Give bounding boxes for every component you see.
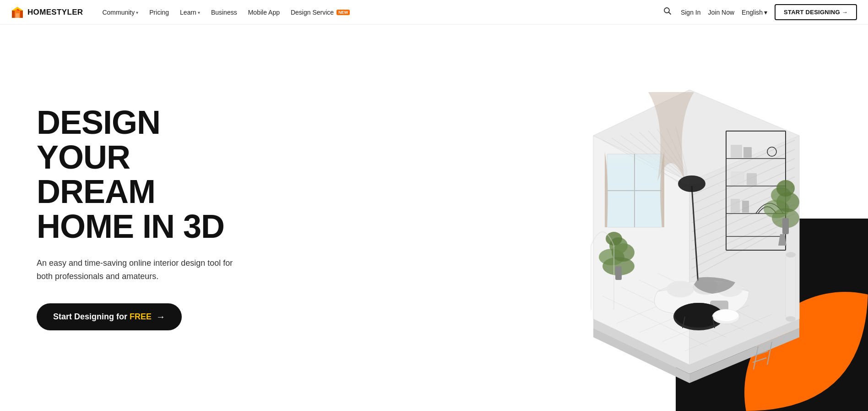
language-selector[interactable]: English ▾ — [742, 9, 767, 16]
nav-business[interactable]: Business — [206, 6, 242, 19]
svg-rect-50 — [731, 145, 742, 158]
cta-text: Start Designing for FREE — [53, 312, 152, 322]
nav-community[interactable]: Community ▾ — [98, 6, 143, 19]
chevron-down-icon: ▾ — [136, 10, 138, 15]
svg-point-71 — [680, 177, 703, 184]
cta-start-designing[interactable]: Start Designing for FREE → — [37, 303, 182, 330]
new-badge: NEW — [336, 10, 350, 15]
svg-rect-51 — [743, 147, 752, 158]
svg-point-79 — [714, 309, 738, 321]
svg-rect-53 — [731, 171, 744, 185]
hero-content: DESIGN YOUR DREAM HOME IN 3D An easy and… — [0, 78, 275, 358]
svg-point-92 — [786, 316, 796, 322]
nav-learn[interactable]: Learn ▾ — [175, 6, 205, 19]
logo-icon — [11, 6, 24, 19]
cta-arrow-icon: → — [156, 312, 165, 322]
chevron-down-icon: ▾ — [764, 9, 767, 16]
nav-design-service[interactable]: Design Service NEW — [286, 6, 354, 19]
svg-marker-82 — [607, 163, 662, 227]
svg-line-7 — [668, 12, 671, 15]
nav-pricing[interactable]: Pricing — [145, 6, 174, 19]
svg-marker-3 — [12, 11, 15, 18]
svg-rect-68 — [782, 218, 789, 234]
hero-title: DESIGN YOUR DREAM HOME IN 3D — [37, 105, 238, 244]
svg-rect-62 — [615, 266, 622, 280]
chevron-down-icon: ▾ — [198, 10, 200, 15]
search-icon[interactable] — [662, 5, 673, 19]
navbar-right: Sign In Join Now English ▾ START DESIGNI… — [662, 4, 857, 20]
brand-name: HOMESTYLER — [27, 8, 83, 17]
svg-rect-5 — [16, 13, 19, 18]
navbar: HOMESTYLER Community ▾ Pricing Learn ▾ B… — [0, 0, 868, 25]
svg-line-89 — [753, 358, 766, 362]
nav-links: Community ▾ Pricing Learn ▾ Business Mob… — [98, 6, 354, 19]
svg-rect-55 — [731, 199, 740, 213]
svg-rect-56 — [742, 201, 749, 213]
logo-link[interactable]: HOMESTYLER — [11, 6, 83, 19]
hero-visual — [304, 25, 868, 411]
join-now-link[interactable]: Join Now — [708, 9, 735, 16]
svg-marker-4 — [20, 11, 23, 18]
svg-point-61 — [606, 232, 622, 246]
room-illustration — [502, 53, 868, 383]
svg-rect-90 — [786, 255, 796, 319]
svg-rect-54 — [747, 173, 757, 185]
hero-subtitle: An easy and time-saving online interior … — [37, 257, 238, 283]
svg-point-91 — [786, 252, 796, 258]
svg-point-72 — [667, 281, 694, 297]
sign-in-link[interactable]: Sign In — [681, 9, 701, 16]
start-designing-button[interactable]: START DESIGNING → — [775, 4, 857, 20]
navbar-left: HOMESTYLER Community ▾ Pricing Learn ▾ B… — [11, 6, 354, 19]
hero-section: DESIGN YOUR DREAM HOME IN 3D An easy and… — [0, 25, 868, 411]
svg-point-67 — [776, 180, 795, 197]
nav-mobile-app[interactable]: Mobile App — [244, 6, 284, 19]
